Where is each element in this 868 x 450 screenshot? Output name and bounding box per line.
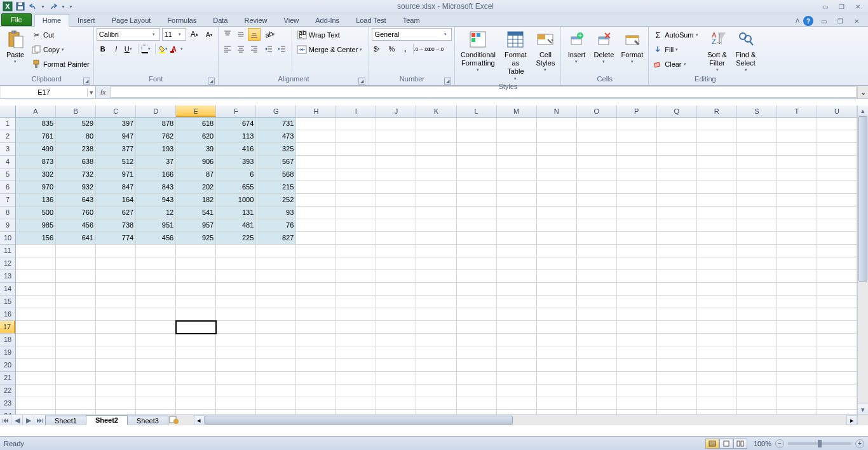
cell[interactable] xyxy=(657,321,697,334)
cell[interactable] xyxy=(497,346,537,359)
cell[interactable] xyxy=(336,257,376,270)
cell[interactable] xyxy=(216,346,256,359)
cell[interactable] xyxy=(657,181,697,194)
cell[interactable]: 951 xyxy=(136,219,176,232)
cell[interactable] xyxy=(457,143,497,156)
cell[interactable] xyxy=(577,372,617,385)
cell[interactable] xyxy=(176,270,216,283)
tab-data[interactable]: Data xyxy=(205,14,236,26)
cell[interactable] xyxy=(497,219,537,232)
scroll-up-arrow[interactable]: ▴ xyxy=(858,106,868,116)
tab-add-ins[interactable]: Add-Ins xyxy=(307,14,348,26)
cell[interactable] xyxy=(617,232,657,245)
cell[interactable] xyxy=(497,207,537,219)
cell[interactable] xyxy=(296,270,336,283)
cell[interactable] xyxy=(577,168,617,181)
tab-view[interactable]: View xyxy=(276,14,308,26)
cell[interactable] xyxy=(136,296,176,308)
cell[interactable] xyxy=(737,194,777,207)
cell[interactable]: 970 xyxy=(16,181,56,194)
col-header-J[interactable]: J xyxy=(376,106,416,117)
cell[interactable] xyxy=(376,372,416,385)
cell[interactable]: 164 xyxy=(96,194,136,207)
percent-icon[interactable]: % xyxy=(385,43,398,55)
cell[interactable] xyxy=(16,308,56,321)
cell[interactable] xyxy=(376,385,416,397)
cell[interactable] xyxy=(617,143,657,156)
cell[interactable]: 529 xyxy=(56,118,96,130)
cell[interactable] xyxy=(697,346,737,359)
cell[interactable] xyxy=(56,308,96,321)
cell[interactable] xyxy=(817,385,857,397)
row-header-19[interactable]: 19 xyxy=(0,346,15,359)
hscroll-thumb[interactable] xyxy=(205,416,513,425)
row-header-16[interactable]: 16 xyxy=(0,308,15,321)
cell[interactable] xyxy=(416,232,456,245)
cell[interactable] xyxy=(817,118,857,130)
cell[interactable] xyxy=(457,130,497,143)
cell[interactable] xyxy=(577,359,617,372)
tab-review[interactable]: Review xyxy=(236,14,275,26)
workbook-minimize[interactable]: ▭ xyxy=(817,17,830,25)
cell[interactable] xyxy=(256,397,296,410)
cell[interactable] xyxy=(56,270,96,283)
cell[interactable] xyxy=(56,296,96,308)
cell[interactable] xyxy=(176,346,216,359)
cell[interactable] xyxy=(777,321,817,334)
row-header-11[interactable]: 11 xyxy=(0,245,15,257)
cell[interactable] xyxy=(416,372,456,385)
cell[interactable] xyxy=(256,270,296,283)
cell[interactable] xyxy=(697,168,737,181)
cell[interactable] xyxy=(176,308,216,321)
cell[interactable] xyxy=(577,257,617,270)
cell[interactable] xyxy=(16,397,56,410)
cell[interactable] xyxy=(336,270,376,283)
cell[interactable] xyxy=(457,359,497,372)
cell[interactable] xyxy=(777,296,817,308)
name-box-input[interactable] xyxy=(1,88,87,96)
cell[interactable] xyxy=(96,359,136,372)
cell[interactable] xyxy=(336,194,376,207)
scroll-left-arrow[interactable]: ◂ xyxy=(194,415,205,425)
cell[interactable] xyxy=(697,194,737,207)
cell[interactable] xyxy=(96,283,136,296)
cell[interactable]: 397 xyxy=(96,118,136,130)
cell[interactable] xyxy=(56,385,96,397)
cell[interactable] xyxy=(697,219,737,232)
cell[interactable] xyxy=(577,270,617,283)
cell[interactable] xyxy=(416,283,456,296)
scroll-down-arrow[interactable]: ▾ xyxy=(858,404,868,414)
cell[interactable]: 878 xyxy=(136,118,176,130)
cell[interactable] xyxy=(96,308,136,321)
cell[interactable] xyxy=(617,359,657,372)
minimize-button[interactable]: ▭ xyxy=(818,2,831,11)
cell[interactable] xyxy=(817,143,857,156)
cell[interactable] xyxy=(336,346,376,359)
cell[interactable] xyxy=(577,346,617,359)
cell[interactable]: 638 xyxy=(56,156,96,168)
col-header-H[interactable]: H xyxy=(296,106,336,117)
name-box-dropdown[interactable]: ▾ xyxy=(87,88,95,97)
tab-page-layout[interactable]: Page Layout xyxy=(104,14,159,26)
cell[interactable]: 620 xyxy=(176,130,216,143)
cell[interactable]: 674 xyxy=(216,118,256,130)
find-select-button[interactable]: Find & Select▾ xyxy=(733,28,759,74)
cell[interactable] xyxy=(697,143,737,156)
paste-button[interactable]: Paste▾ xyxy=(3,28,28,66)
cell[interactable]: 473 xyxy=(256,130,296,143)
cell[interactable] xyxy=(56,397,96,410)
cell[interactable] xyxy=(577,397,617,410)
number-launcher[interactable]: ◢ xyxy=(444,78,451,85)
cell[interactable] xyxy=(697,372,737,385)
cell[interactable] xyxy=(457,118,497,130)
tab-load-test[interactable]: Load Test xyxy=(348,14,395,26)
sheet-tab-sheet3[interactable]: Sheet3 xyxy=(127,416,168,425)
cell[interactable] xyxy=(96,334,136,346)
cell[interactable] xyxy=(56,321,96,334)
cell[interactable] xyxy=(216,372,256,385)
cell[interactable] xyxy=(136,372,176,385)
cell[interactable]: 641 xyxy=(56,232,96,245)
restore-button[interactable]: ❐ xyxy=(835,2,848,11)
cell[interactable] xyxy=(256,283,296,296)
cell[interactable] xyxy=(537,232,577,245)
